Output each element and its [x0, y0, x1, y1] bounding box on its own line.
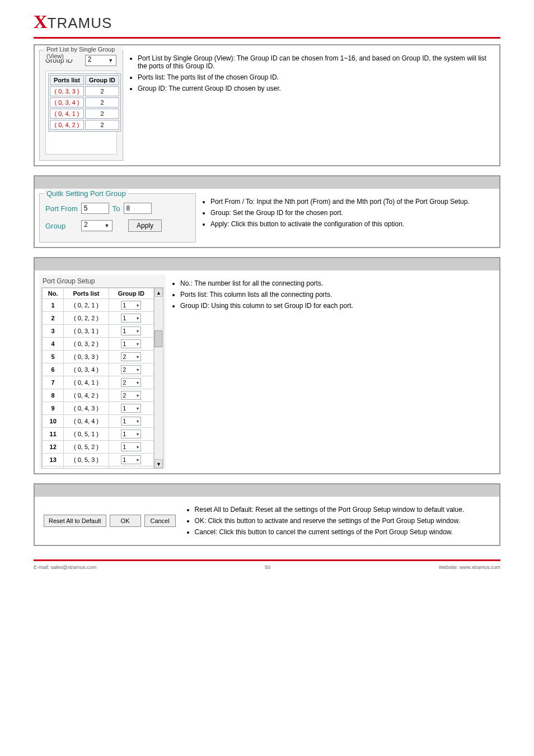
select-group-value: 2 — [84, 221, 88, 228]
logo: XTRAMUS — [34, 11, 500, 32]
bullet-text: Group: Set the Group ID for the chosen p… — [210, 209, 495, 217]
cell-no: 5 — [51, 353, 55, 360]
scroll-up-icon[interactable]: ▲ — [154, 288, 163, 297]
cell-gid: 2 — [85, 86, 119, 96]
cell-ports: ( 0, 4, 2 ) — [50, 120, 84, 130]
select-row-group[interactable]: 1▼ — [121, 455, 141, 464]
cell-no: 4 — [51, 340, 55, 347]
chevron-down-icon: ▼ — [135, 329, 139, 333]
cell-ports: ( 0, 3, 3 ) — [64, 351, 109, 363]
select-row-group[interactable]: 1▼ — [121, 301, 141, 310]
bullet-text: Port From / To: Input the Nth port (From… — [210, 198, 495, 206]
chevron-down-icon: ▼ — [135, 458, 139, 462]
cell-ports: ( 0, 4, 3 ) — [64, 402, 109, 415]
select-row-group[interactable]: 1▼ — [121, 442, 141, 451]
chevron-down-icon: ▼ — [107, 57, 115, 64]
cell-ports: ( 0, 3, 1 ) — [64, 325, 109, 338]
bottom-divider — [34, 559, 500, 561]
cell-gid: 2 — [85, 109, 119, 119]
select-row-group[interactable]: 1▼ — [121, 339, 141, 348]
footer-left: E-mail: sales@xtramus.com — [34, 564, 96, 570]
select-row-group[interactable]: 2▼ — [121, 378, 141, 387]
legend-quick-setting: Quitk Setting Port Group — [44, 189, 128, 198]
chevron-down-icon: ▼ — [135, 394, 139, 398]
select-row-group[interactable]: 2▼ — [121, 365, 141, 374]
input-port-to[interactable] — [124, 203, 152, 214]
chevron-down-icon: ▼ — [103, 222, 111, 230]
ok-button[interactable]: OK — [110, 515, 141, 527]
bullet-text: Port List by Single Group (View): The Gr… — [138, 54, 495, 70]
select-row-group[interactable]: 1▼ — [121, 417, 141, 426]
reset-button[interactable]: Reset All to Default — [44, 515, 106, 527]
cell-ports: ( 0, 3, 4 ) — [50, 97, 84, 108]
section-head — [35, 258, 499, 270]
cell-ports: ( 0, 4, 4 ) — [64, 415, 109, 428]
select-row-group[interactable]: 1▼ — [121, 326, 141, 335]
cell-ports: ( 0, 3, 2 ) — [64, 338, 109, 351]
chevron-down-icon: ▼ — [135, 381, 139, 385]
cell-gid: 2 — [85, 120, 119, 130]
table-port-list-view: Ports list Group ID ( 0, 3, 3 )2 ( 0, 3,… — [48, 73, 121, 132]
scroll-down-icon[interactable]: ▼ — [154, 459, 163, 468]
bullet-text: Group ID: Using this column to set Group… — [180, 302, 495, 310]
logo-x: X — [34, 11, 48, 32]
label-to: To — [113, 204, 120, 213]
cell-ports: ( 0, 5, 1 ) — [64, 428, 109, 441]
chevron-down-icon: ▼ — [135, 355, 139, 359]
chevron-down-icon: ▼ — [135, 342, 139, 346]
chevron-down-icon: ▼ — [135, 316, 139, 320]
cell-ports: ( 0, 4, 1 ) — [50, 109, 84, 119]
section-port-list-by-single-group: Port List by Single Group (View) Group I… — [34, 44, 500, 166]
cell-ports: ( 0, 3, 4 ) — [64, 363, 109, 376]
cell-ports: ( 0, 2, 1 ) — [64, 299, 109, 312]
cell-no: 3 — [51, 328, 55, 334]
section-buttons: Reset All to Default OK Cancel Reset All… — [34, 483, 500, 546]
cell-ports: ( 0, 5, 2 ) — [64, 441, 109, 454]
scrollbar-track[interactable] — [154, 297, 163, 459]
cell-no: 7 — [51, 379, 55, 386]
select-group[interactable]: 2 ▼ — [81, 220, 113, 231]
bullet-text: Group ID: The current Group ID chosen by… — [138, 85, 495, 92]
col-group-id: Group ID — [109, 288, 153, 299]
apply-button[interactable]: Apply — [128, 220, 162, 232]
cancel-button[interactable]: Cancel — [144, 515, 176, 527]
select-row-group[interactable]: 1▼ — [121, 314, 141, 323]
chevron-down-icon: ▼ — [135, 445, 139, 449]
select-row-group[interactable]: 1▼ — [121, 430, 141, 438]
bullet-text: Reset All to Default: Reset all the sett… — [195, 506, 495, 514]
cell-no: 10 — [50, 418, 57, 424]
select-row-group[interactable]: 2▼ — [121, 391, 141, 400]
section-head — [35, 484, 499, 497]
cell-ports: ( 0, 4, 2 ) — [64, 389, 109, 402]
select-group-id[interactable]: 2 ▼ — [85, 55, 116, 66]
chevron-down-icon: ▼ — [135, 304, 139, 307]
section-port-group-setup: Port Group Setup No. Ports list Group ID… — [34, 257, 500, 474]
bullet-text: Ports list: The ports list of the chosen… — [138, 73, 495, 81]
scrollbar-thumb[interactable] — [154, 330, 162, 347]
chevron-down-icon: ▼ — [135, 419, 139, 423]
select-row-group[interactable]: 1▼ — [121, 404, 141, 413]
cell-ports: ( 0, 4, 1 ) — [64, 376, 109, 389]
footer-right: Website: www.xtramus.com — [439, 564, 500, 570]
col-no: No. — [43, 288, 64, 299]
label-group: Group — [45, 222, 78, 230]
bullet-text: Cancel: Click this button to cancel the … — [195, 528, 495, 536]
section-quick-setting: Quitk Setting Port Group Port From To Gr… — [34, 175, 500, 248]
cell-no: 9 — [51, 405, 55, 412]
chevron-down-icon: ▼ — [135, 407, 139, 410]
pgs-scroll-area[interactable]: No. Ports list Group ID 1( 0, 2, 1 )1▼ 2… — [42, 288, 154, 468]
bullet-text: No.: The number list for all the connect… — [180, 279, 495, 287]
input-port-from[interactable] — [81, 203, 109, 214]
top-divider — [34, 37, 500, 39]
label-port-group-setup: Port Group Setup — [41, 277, 163, 287]
cell-no: 12 — [50, 444, 57, 450]
cell-no: 11 — [50, 431, 57, 437]
cell-no: 13 — [50, 456, 57, 463]
cell-ports: ( 0, 3, 3 ) — [50, 86, 84, 96]
select-group-id-value: 2 — [88, 55, 92, 63]
label-port-from: Port From — [45, 204, 78, 213]
cell-ports: ( 0, 2, 2 ) — [64, 312, 109, 325]
scrollbar[interactable]: ▲ ▼ — [154, 288, 163, 468]
bullet-text: OK: Click this button to activate and re… — [195, 517, 495, 525]
select-row-group[interactable]: 2▼ — [121, 352, 141, 361]
